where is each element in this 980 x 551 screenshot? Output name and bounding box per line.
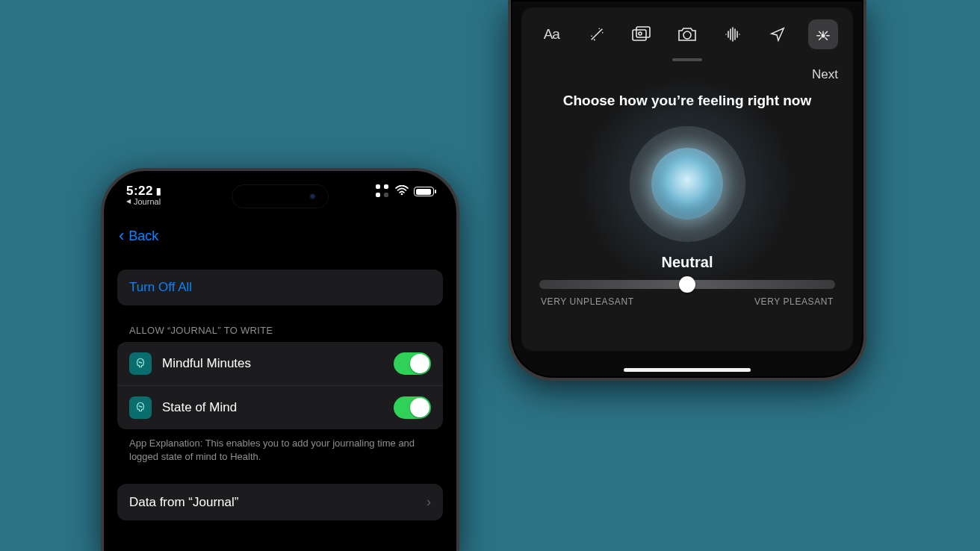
breadcrumb-back-to-app[interactable]: Journal xyxy=(126,198,162,207)
location-button[interactable] xyxy=(763,19,793,49)
text-style-button[interactable]: Aa xyxy=(536,19,566,49)
camera-button[interactable] xyxy=(672,19,702,49)
photos-button[interactable] xyxy=(627,19,657,49)
audio-button[interactable] xyxy=(718,19,748,49)
svg-point-3 xyxy=(639,32,642,35)
mood-slider-thumb[interactable] xyxy=(679,276,695,293)
power-button xyxy=(866,15,866,67)
journal-phone: Aa Next Choose how you’re feeling right … xyxy=(508,0,866,381)
clock: 5:22 ▮ xyxy=(126,184,162,198)
home-indicator[interactable] xyxy=(624,368,751,372)
chevron-right-icon: › xyxy=(427,494,431,510)
mood-sheet: Aa Next Choose how you’re feeling right … xyxy=(521,7,853,351)
svg-rect-2 xyxy=(636,27,650,37)
next-button[interactable]: Next xyxy=(812,67,838,81)
settings-phone: 5:22 ▮ Journal ‹ Back Turn Off All A xyxy=(101,168,459,551)
state-of-mind-button[interactable] xyxy=(808,19,838,49)
svg-point-0 xyxy=(401,193,403,196)
state-of-mind-label: State of Mind xyxy=(162,400,237,415)
volume-down-button xyxy=(101,344,102,389)
nav-back-button[interactable]: ‹ Back xyxy=(104,214,456,252)
section-header: ALLOW “JOURNAL” TO WRITE xyxy=(117,305,443,342)
mood-slider[interactable] xyxy=(539,280,835,289)
mindful-minutes-toggle[interactable] xyxy=(394,352,431,375)
time-text: 5:22 xyxy=(126,184,153,198)
power-button xyxy=(459,302,459,369)
compose-toolbar: Aa xyxy=(521,7,853,57)
state-of-mind-row: State of Mind xyxy=(117,386,443,429)
state-of-mind-icon xyxy=(129,396,152,419)
section-footer: App Explanation: This enables you to add… xyxy=(117,429,443,463)
mute-switch xyxy=(101,253,102,278)
back-label: Back xyxy=(128,228,158,244)
wifi-icon xyxy=(395,185,409,198)
magic-wand-button[interactable] xyxy=(582,19,612,49)
mindful-minutes-label: Mindful Minutes xyxy=(162,356,251,371)
volume-up-button xyxy=(101,290,102,335)
slider-max-label: VERY PLEASANT xyxy=(754,296,834,307)
cellular-signal-icon xyxy=(376,184,390,199)
mindful-minutes-icon xyxy=(129,352,152,375)
battery-icon xyxy=(414,187,434,196)
focus-icon: ▮ xyxy=(156,187,162,196)
chevron-left-icon: ‹ xyxy=(119,228,124,244)
data-from-journal-row[interactable]: Data from “Journal” › xyxy=(117,484,443,520)
state-of-mind-toggle[interactable] xyxy=(394,396,431,419)
slider-min-label: VERY UNPLEASANT xyxy=(541,296,634,307)
svg-point-4 xyxy=(683,31,691,39)
dynamic-island xyxy=(232,184,329,208)
mood-orb xyxy=(521,109,853,258)
turn-off-all-button[interactable]: Turn Off All xyxy=(117,270,443,305)
mindful-minutes-row: Mindful Minutes xyxy=(117,342,443,386)
